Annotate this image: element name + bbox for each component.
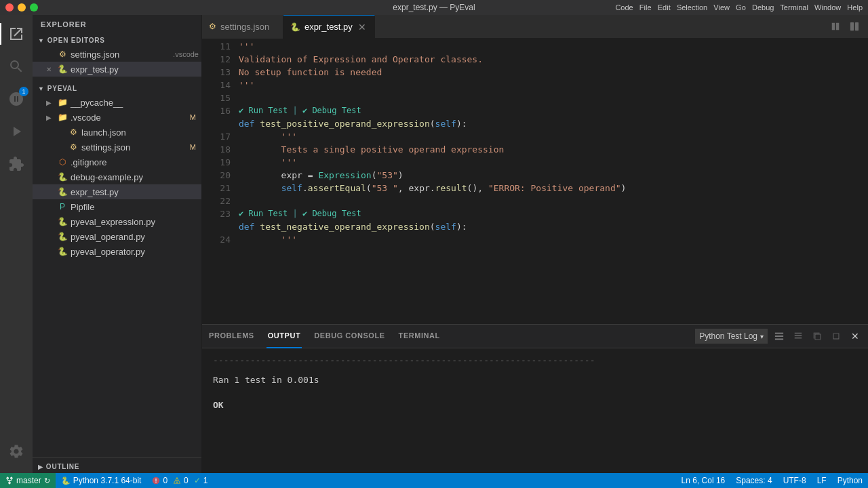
list-view-button[interactable] [772,329,787,344]
close-panel-button[interactable]: ✕ [848,329,863,344]
code-token: result [435,182,467,195]
output-source-selector[interactable]: Python Test Log ▾ [695,329,768,344]
code-token: expr [239,169,308,182]
code-content[interactable]: ''' Validation of Expression and Operato… [236,39,859,324]
spaces-label: Spaces: 4 [736,476,772,485]
outline-section[interactable]: ▶ Outline [33,457,201,473]
spaces-item[interactable]: Spaces: 4 [730,473,777,488]
separator-1: | [288,104,302,117]
titlebar-right-icons: Code File Edit Selection View Go Debug T… [615,3,863,12]
output-ok-line: OK [213,399,857,413]
language-item[interactable]: Python [832,473,868,488]
expr-test-sidebar-item[interactable]: 🐍 expr_test.py [33,184,201,199]
code-token: def [239,220,260,233]
minimize-button[interactable] [18,3,26,12]
search-activity-icon[interactable] [0,50,33,83]
window-controls[interactable] [5,3,38,12]
settings-json-tab[interactable]: ⚙ settings.json [202,15,283,39]
output-panel-tab[interactable]: Output [267,325,302,348]
line-ending-label: LF [817,476,827,485]
pipfile-icon: P [57,201,68,212]
vscode-folder-name: .vscode [71,113,190,123]
debug-console-tab-label: Debug Console [314,331,384,340]
cursor-position-label: Ln 6, Col 16 [682,476,726,485]
vscode-folder-item[interactable]: ▶ 📁 .vscode M [33,110,201,125]
run-check-icon-2: ✔ [239,207,248,220]
code-line-22 [236,195,859,207]
source-control-activity-icon[interactable]: 1 [0,83,33,115]
code-token: assertEqual [308,182,366,195]
maximize-button[interactable] [30,3,38,12]
errors-item[interactable]: 0 0 ✓ 1 [146,473,213,488]
panel-output-content: ----------------------------------------… [202,348,868,473]
vscode-folder-icon: 📁 [57,112,68,123]
code-token: "53 " [372,182,398,195]
pycache-folder-item[interactable]: ▶ 📁 __pycache__ [33,95,201,110]
editor-scrollbar[interactable] [859,39,868,324]
expr-test-tab[interactable]: 🐍 expr_test.py ✕ [283,15,375,39]
vscode-arrow: ▶ [46,114,57,121]
activity-bar: 1 [0,15,33,473]
settings-json-open-editor[interactable]: ⚙ settings.json .vscode [33,47,201,62]
settings-json-sidebar-item[interactable]: ⚙ settings.json M [33,140,201,155]
debug-console-panel-tab[interactable]: Debug Console [313,325,386,348]
pyeval-operator-item[interactable]: 🐍 pyeval_operator.py [33,244,201,259]
open-panel-button[interactable] [791,329,806,344]
titlebar: expr_test.py — PyEval Code File Edit Sel… [0,0,868,15]
run-test-link-1[interactable]: Run Test [248,104,288,117]
extensions-activity-icon[interactable] [0,148,33,180]
problems-panel-tab[interactable]: Problems [208,325,256,348]
pipfile-item[interactable]: P Pipfile [33,199,201,214]
pyeval-operand-icon: 🐍 [57,231,68,242]
code-token: Tests a single positive operand expressi… [239,143,504,156]
panel: Problems Output Debug Console Terminal P… [202,324,868,473]
code-token: ( [372,169,377,182]
code-editor[interactable]: 11 12 13 14 15 16 17 18 19 20 21 22 23 2… [202,39,868,324]
expr-test-tab-close[interactable]: ✕ [357,22,368,33]
code-line-20: expr = Expression("53") [236,169,859,182]
settings-activity-icon[interactable] [0,435,33,468]
problems-tab-label: Problems [209,331,254,340]
tab-bar-actions [827,18,868,35]
svg-rect-4 [775,336,783,337]
svg-rect-2 [855,22,859,30]
close-button[interactable] [5,3,14,12]
run-test-link-2[interactable]: Run Test [248,207,288,220]
pyeval-expression-item[interactable]: 🐍 pyeval_expression.py [33,214,201,229]
pyeval-section[interactable]: ▼ PyEval [33,79,201,95]
code-token: Validation of Expression and Operator cl… [239,53,483,66]
maximize-panel-button[interactable] [829,329,844,344]
pyeval-operand-name: pyeval_operand.py [71,232,201,242]
debug-example-item[interactable]: 🐍 debug-example.py [33,169,201,184]
code-line-12: Validation of Expression and Operator cl… [236,53,859,66]
debug-test-link-1[interactable]: Debug Test [312,104,361,117]
encoding-item[interactable]: UTF-8 [778,473,812,488]
launch-json-icon: ⚙ [68,127,79,138]
debug-test-link-2[interactable]: Debug Test [312,207,361,220]
cursor-position-item[interactable]: Ln 6, Col 16 [676,473,731,488]
expr-test-open-editor[interactable]: ✕ 🐍 expr_test.py [33,62,201,77]
explorer-activity-icon[interactable] [0,18,33,50]
git-branch-item[interactable]: master ↻ [0,473,56,488]
editor-layout-button[interactable] [846,18,863,35]
line-ending-item[interactable]: LF [812,473,832,488]
separator-line: ----------------------------------------… [213,355,595,365]
code-token: def [239,117,260,130]
copy-output-button[interactable] [810,329,825,344]
launch-json-item[interactable]: ⚙ launch.json [33,125,201,140]
outline-label: ▶ Outline [33,458,201,473]
terminal-panel-tab[interactable]: Terminal [397,325,441,348]
debug-example-name: debug-example.py [71,172,201,182]
gitignore-item[interactable]: ⬡ .gitignore [33,155,201,169]
python-version-item[interactable]: 🐍 Python 3.7.1 64-bit [56,473,147,488]
open-editors-label: Open Editors [47,37,105,44]
code-line-11: ''' [236,40,859,53]
split-editor-button[interactable] [827,18,844,35]
expr-test-sidebar-name: expr_test.py [71,187,201,197]
code-token: ''' [239,233,297,246]
open-editors-section[interactable]: ▼ Open Editors [33,31,201,47]
pyeval-operand-item[interactable]: 🐍 pyeval_operand.py [33,229,201,244]
run-activity-icon[interactable] [0,115,33,148]
code-token [239,182,281,195]
code-token: , expr. [398,182,435,195]
